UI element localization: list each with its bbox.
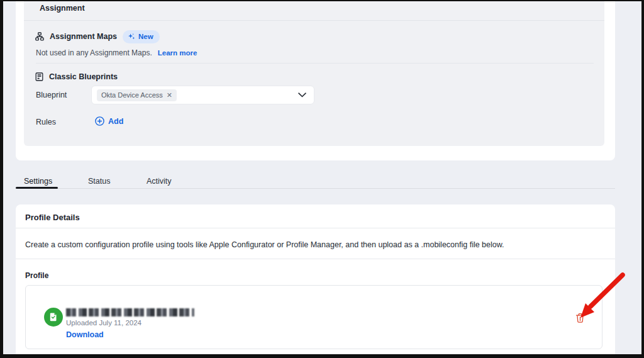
screenshot-border-bottom bbox=[0, 354, 644, 358]
file-uploaded-date: Uploaded July 11, 2024 bbox=[66, 319, 142, 327]
blueprint-select[interactable]: Okta Device Access ✕ bbox=[91, 86, 314, 104]
assignment-section-title: Assignment bbox=[40, 4, 85, 13]
assignment-maps-heading: Assignment Maps bbox=[50, 32, 117, 41]
sparkle-icon bbox=[128, 33, 135, 40]
blueprints-icon bbox=[35, 72, 43, 81]
profile-heading-divider bbox=[16, 228, 615, 228]
app-screen: Assignment Assignment Maps New No bbox=[0, 0, 644, 358]
chevron-down-icon[interactable] bbox=[298, 92, 306, 98]
assignment-maps-header: Assignment Maps New bbox=[35, 30, 160, 43]
profile-description: Create a custom configuration profile us… bbox=[25, 240, 591, 249]
profile-details-heading: Profile Details bbox=[25, 213, 80, 222]
screenshot-border-top bbox=[0, 0, 644, 1]
blueprint-chip: Okta Device Access ✕ bbox=[97, 89, 177, 101]
chip-remove-icon[interactable]: ✕ bbox=[167, 91, 172, 99]
profile-description-divider bbox=[16, 259, 615, 259]
profile-label: Profile bbox=[25, 271, 48, 280]
screenshot-border-right bbox=[641, 0, 644, 358]
blueprint-chip-label: Okta Device Access bbox=[101, 91, 163, 99]
assignment-maps-icon bbox=[35, 32, 44, 41]
blueprint-label: Blueprint bbox=[36, 91, 67, 99]
rules-label: Rules bbox=[36, 118, 56, 126]
assignment-maps-status: Not used in any Assignment Maps. bbox=[36, 48, 152, 57]
screenshot-border-left bbox=[0, 0, 3, 358]
plus-circle-icon bbox=[95, 116, 104, 126]
tab-settings[interactable]: Settings bbox=[24, 177, 52, 186]
tab-status[interactable]: Status bbox=[88, 177, 110, 186]
classic-blueprints-heading: Classic Blueprints bbox=[49, 72, 118, 81]
delete-profile-icon[interactable] bbox=[575, 313, 586, 323]
new-badge: New bbox=[123, 30, 160, 43]
profile-file-name-redacted bbox=[66, 308, 194, 316]
assignment-header-divider bbox=[24, 20, 604, 21]
add-rule-label: Add bbox=[108, 117, 123, 126]
learn-more-link[interactable]: Learn more bbox=[158, 49, 197, 57]
profile-file-box bbox=[25, 285, 602, 349]
add-rule-button[interactable]: Add bbox=[95, 116, 123, 126]
download-link[interactable]: Download bbox=[66, 330, 104, 339]
maps-blueprints-divider bbox=[36, 63, 594, 64]
active-tab-underline bbox=[16, 187, 58, 189]
mobileconfig-file-icon bbox=[44, 308, 63, 327]
tab-activity[interactable]: Activity bbox=[147, 177, 172, 186]
classic-blueprints-header: Classic Blueprints bbox=[35, 70, 118, 84]
assignment-maps-status-row: Not used in any Assignment Maps. Learn m… bbox=[36, 48, 197, 57]
tab-bar-divider bbox=[16, 188, 615, 189]
new-badge-label: New bbox=[138, 33, 153, 40]
